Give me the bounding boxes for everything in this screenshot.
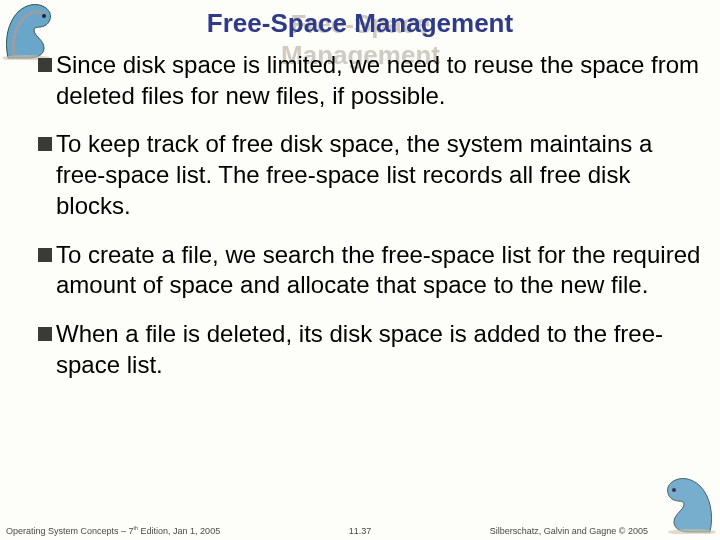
bullet-square-icon	[38, 248, 52, 262]
bullet-square-icon	[38, 58, 52, 72]
svg-point-2	[672, 488, 676, 492]
bullet-item: To create a file, we search the free-spa…	[38, 240, 708, 301]
footer-page-number: 11.37	[349, 526, 372, 536]
bullet-text: To create a file, we search the free-spa…	[56, 240, 708, 301]
bullet-square-icon	[38, 327, 52, 341]
footer-right: Silberschatz, Galvin and Gagne © 2005	[490, 526, 648, 536]
bullet-square-icon	[38, 137, 52, 151]
dinosaur-logo-bottom-right	[648, 474, 718, 534]
footer-left: Operating System Concepts – 7th Edition,…	[6, 525, 220, 536]
slide-body: Since disk space is limited, we need to …	[38, 50, 708, 516]
slide: Free-Space Management Free-Space Managem…	[0, 0, 720, 540]
bullet-item: When a file is deleted, its disk space i…	[38, 319, 708, 380]
slide-title: Free-Space Management Free-Space Managem…	[0, 8, 720, 39]
bullet-text: When a file is deleted, its disk space i…	[56, 319, 708, 380]
bullet-item: Since disk space is limited, we need to …	[38, 50, 708, 111]
bullet-text: Since disk space is limited, we need to …	[56, 50, 708, 111]
bullet-item: To keep track of free disk space, the sy…	[38, 129, 708, 221]
bullet-text: To keep track of free disk space, the sy…	[56, 129, 708, 221]
